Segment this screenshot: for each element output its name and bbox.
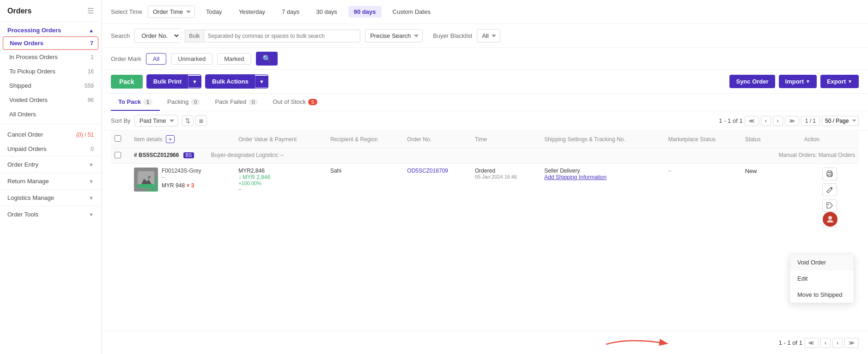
search-input-wrap: Bulk (185, 30, 360, 42)
sort-asc-button[interactable]: ⇅ (182, 115, 194, 126)
order-dash: – (238, 186, 323, 192)
last-page-button[interactable]: ≫ (785, 116, 799, 126)
th-status: Status (741, 131, 801, 148)
tag-action-button[interactable] (822, 199, 837, 212)
svg-point-7 (828, 204, 829, 205)
item-details-cell: F001243S-Grey – MYR 948 × 3 (130, 164, 235, 232)
item-sub: – (162, 174, 201, 180)
sidebar-item-to-pickup[interactable]: To Pickup Orders 16 (0, 64, 101, 78)
sidebar-item-unpaid-orders[interactable]: Unpaid Orders 0 (0, 142, 101, 156)
print-action-button[interactable] (822, 168, 837, 180)
bulk-actions-dropdown-button[interactable]: ▼ (255, 76, 268, 88)
sort-select[interactable]: Paid Time (134, 115, 178, 126)
tab-out-of-stock[interactable]: Out of Stock 5 (265, 94, 325, 111)
sidebar-item-logistics-manage[interactable]: Logistics Manage ▼ (0, 189, 101, 206)
row-checkbox-cell (111, 164, 130, 232)
chevron-up-icon: ▲ (89, 28, 94, 33)
add-shipping-info-link[interactable]: Add Shipping Information (544, 174, 607, 180)
bulk-print-group: Bulk Print ▼ (146, 74, 201, 89)
bulk-label: Bulk (185, 30, 204, 42)
sidebar-item-order-tools[interactable]: Order Tools ▼ (0, 206, 101, 222)
action-toolbar: Pack Bulk Print ▼ Bulk Actions ▼ Sync Or… (102, 70, 868, 94)
sidebar-item-voided[interactable]: Voided Orders 96 (0, 93, 101, 107)
search-label: Search (111, 32, 130, 39)
sidebar-item-all-orders[interactable]: All Orders (0, 107, 101, 121)
search-field-select[interactable]: Order No. (134, 29, 180, 43)
move-to-shipped-menu-item[interactable]: Move to Shipped (790, 287, 854, 303)
logistics-manage-label: Logistics Manage (7, 194, 54, 201)
sync-order-button[interactable]: Sync Order (729, 75, 775, 88)
unpaid-orders-label: Unpaid Orders (7, 145, 47, 152)
yesterday-button[interactable]: Yesterday (233, 6, 271, 18)
new-orders-label: New Orders (10, 40, 43, 47)
next-page-button[interactable]: › (773, 116, 783, 126)
import-button[interactable]: Import ▼ (779, 75, 817, 88)
export-button[interactable]: Export ▼ (820, 75, 859, 88)
bulk-print-button[interactable]: Bulk Print (147, 75, 188, 88)
orders-table: Item details + Order Value & Payment Rec… (111, 131, 859, 231)
return-manage-label: Return Manage (7, 178, 49, 185)
bottom-first-page-button[interactable]: ≪ (804, 338, 819, 348)
svg-point-1 (148, 176, 151, 179)
prev-page-button[interactable]: ‹ (761, 116, 771, 126)
bulk-print-dropdown-button[interactable]: ▼ (188, 76, 201, 88)
sidebar-item-new-orders[interactable]: New Orders 7 (3, 36, 98, 50)
order-header-info: # BS5SCZ012966 BS Buyer-designated Logis… (130, 148, 741, 164)
sidebar-item-shipped[interactable]: Shipped 559 (0, 78, 101, 93)
90days-button[interactable]: 90 days (348, 6, 382, 18)
bottom-prev-page-button[interactable]: ‹ (820, 338, 831, 348)
first-page-button[interactable]: ≪ (745, 116, 759, 126)
processing-orders-section[interactable]: Processing Orders ▲ (0, 22, 101, 36)
page-size-select[interactable]: 50 / Page (822, 116, 859, 126)
pack-button[interactable]: Pack (111, 75, 143, 89)
table-row: F001243S-Grey – MYR 948 × 3 MYR2 (111, 164, 859, 232)
bulk-actions-button[interactable]: Bulk Actions (206, 75, 255, 88)
precise-search-select[interactable]: Precise Search (365, 29, 423, 42)
import-dropdown-icon: ▼ (806, 79, 810, 84)
30days-button[interactable]: 30 days (310, 6, 343, 18)
edit-action-button[interactable] (822, 183, 837, 196)
tab-packing[interactable]: Packing 0 (160, 94, 207, 111)
sidebar-item-return-manage[interactable]: Return Manage ▼ (0, 173, 101, 189)
mark-marked-button[interactable]: Marked (217, 53, 251, 65)
status-cell: New (741, 164, 801, 232)
bottom-last-page-button[interactable]: ≫ (844, 338, 859, 348)
main-content: Select Time Order Time Today Yesterday 7… (102, 0, 868, 354)
sort-desc-button[interactable]: ≣ (195, 115, 207, 126)
order-group-header: # BS5SCZ012966 BS Buyer-designated Logis… (111, 148, 859, 164)
tab-pack-failed[interactable]: Pack Failed 0 (207, 94, 265, 111)
item-info: F001243S-Grey – MYR 948 × 3 (162, 168, 201, 189)
add-item-details-button[interactable]: + (166, 135, 175, 143)
order-number: # BS5SCZ012966 (134, 152, 179, 158)
order-time-select[interactable]: Order Time (148, 6, 195, 18)
order-row-checkbox[interactable] (115, 152, 121, 158)
menu-icon[interactable]: ☰ (87, 6, 94, 15)
order-number-link[interactable]: OD5SCZ018709 (407, 168, 448, 174)
edit-menu-item[interactable]: Edit (790, 270, 854, 287)
sync-order-label: Sync Order (736, 78, 768, 85)
pack-failed-label: Pack Failed (215, 98, 246, 105)
search-input[interactable] (204, 30, 360, 42)
sidebar-item-in-process[interactable]: In Process Orders 1 (0, 50, 101, 64)
tab-to-pack[interactable]: To Pack 1 (111, 94, 160, 111)
today-button[interactable]: Today (200, 6, 228, 18)
buyer-blacklist-label: Buyer Blacklist (433, 32, 472, 39)
mark-all-button[interactable]: All (146, 53, 166, 65)
bottom-next-page-button[interactable]: › (832, 338, 843, 348)
th-time: Time (471, 131, 540, 148)
mark-unmarked-button[interactable]: Unmarked (171, 53, 212, 65)
sidebar-header: Orders ☰ (0, 0, 101, 22)
custom-dates-button[interactable]: Custom Dates (387, 6, 436, 18)
select-all-checkbox[interactable] (115, 135, 121, 142)
sidebar-item-order-entry[interactable]: Order Entry ▼ (0, 156, 101, 173)
item-price-myr: MYR 948 (162, 182, 185, 189)
buyer-blacklist-select[interactable]: All (477, 29, 500, 42)
sort-icons: ⇅ ≣ (182, 115, 207, 126)
more-actions-dropdown: Void Order Edit Move to Shipped (789, 254, 854, 303)
7days-button[interactable]: 7 days (276, 6, 305, 18)
sidebar-item-cancel-order[interactable]: Cancel Order (0) / 51 (0, 127, 101, 142)
void-order-menu-item[interactable]: Void Order (790, 254, 854, 270)
top-pagination: 1 - 1 of 1 ≪ ‹ › ≫ 1 / 1 50 / Page (719, 116, 859, 126)
search-button[interactable]: 🔍 (256, 52, 278, 66)
order-value: MYR2,846 (238, 168, 323, 174)
